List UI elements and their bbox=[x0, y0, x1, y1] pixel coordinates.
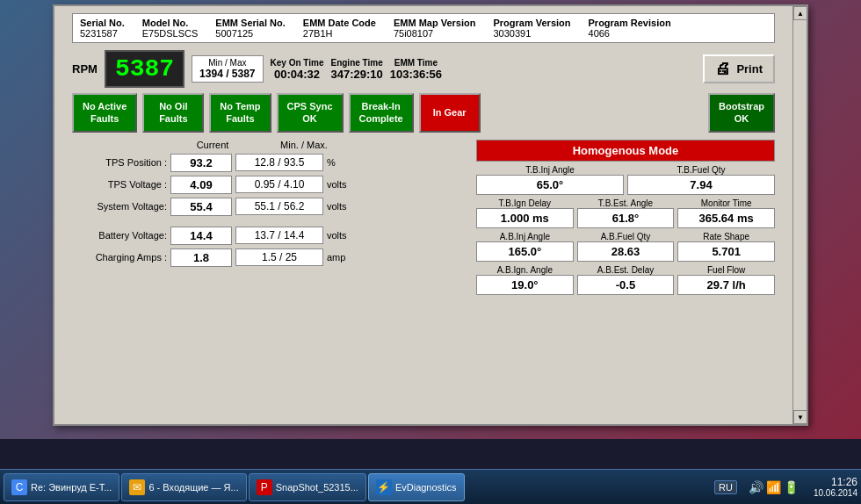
tps-position-unit: % bbox=[327, 157, 355, 168]
tb-inj-angle-label: T.B.Inj Angle bbox=[525, 165, 575, 175]
tb-ign-delay-cell: T.B.Ign Delay 1.000 ms bbox=[476, 198, 574, 228]
emm-date-label: EMM Date Code bbox=[303, 18, 376, 28]
engine-time-label: Engine Time bbox=[330, 58, 382, 68]
serial-no-label: Serial No. bbox=[80, 18, 125, 28]
language-button[interactable]: RU bbox=[714, 480, 737, 494]
left-sensor-panel: Current Min. / Max. TPS Position : 93.2 … bbox=[72, 140, 469, 299]
emm-date-value: 27B1H bbox=[303, 28, 376, 39]
engine-time-value: 347:29:10 bbox=[330, 68, 382, 81]
rpm-minmax-box: Min / Max 1394 / 5387 bbox=[192, 55, 263, 83]
rpm-row: RPM 5387 Min / Max 1394 / 5387 Key On Ti… bbox=[72, 50, 775, 88]
ab-fuel-qty-cell: A.B.Fuel Qty 28.63 bbox=[577, 232, 675, 262]
emm-serial-label: EMM Serial No. bbox=[215, 18, 285, 28]
prog-rev-value: 4066 bbox=[589, 28, 671, 39]
taskbar-mail-button[interactable]: ✉ 6 - Входящие — Я... bbox=[121, 473, 246, 501]
rate-shape-value: 5.701 bbox=[677, 241, 775, 262]
serial-no-item: Serial No. 5231587 bbox=[80, 18, 125, 39]
taskbar: C Re: Эвинруд Е-Т... ✉ 6 - Входящие — Я.… bbox=[0, 469, 861, 504]
network-icon: 📶 bbox=[766, 480, 781, 494]
serial-no-value: 5231587 bbox=[80, 28, 125, 39]
homo-row-2: T.B.Ign Delay 1.000 ms T.B.Est. Angle 61… bbox=[476, 198, 775, 228]
battery-voltage-unit: volts bbox=[327, 230, 355, 241]
system-voltage-current: 55.4 bbox=[170, 198, 232, 216]
ab-fuel-qty-value: 28.63 bbox=[577, 241, 675, 262]
window-scrollbar[interactable]: ▲ ▼ bbox=[792, 6, 807, 424]
scrollbar-down[interactable]: ▼ bbox=[793, 410, 807, 424]
model-no-item: Model No. E75DSLSCS bbox=[142, 18, 199, 39]
printer-icon: 🖨 bbox=[715, 60, 731, 78]
ab-ign-angle-label: A.B.Ign. Angle bbox=[497, 265, 553, 275]
prog-rev-item: Program Revision 4066 bbox=[589, 18, 671, 39]
tps-voltage-label: TPS Voltage : bbox=[72, 179, 167, 190]
ab-inj-angle-label: A.B.Inj Angle bbox=[500, 232, 550, 241]
tps-voltage-row: TPS Voltage : 4.09 0.95 / 4.10 volts bbox=[72, 176, 469, 194]
fuel-flow-value: 29.7 l/h bbox=[677, 275, 775, 295]
prog-rev-label: Program Revision bbox=[589, 18, 671, 28]
tray-clock: 11:26 10.06.2014 bbox=[814, 476, 857, 498]
window-content: Serial No. 5231587 Model No. E75DSLSCS E… bbox=[54, 6, 792, 306]
speaker-icon: 🔊 bbox=[749, 480, 763, 494]
no-oil-faults-button[interactable]: No OilFaults bbox=[142, 93, 204, 133]
break-in-complete-button[interactable]: Break-InComplete bbox=[349, 93, 414, 133]
tb-fuel-qty-value: 7.94 bbox=[627, 175, 775, 195]
rate-shape-cell: Rate Shape 5.701 bbox=[677, 232, 775, 262]
taskbar-diag-button[interactable]: ⚡ EvDiagnostics bbox=[368, 473, 465, 501]
status-buttons-row: No ActiveFaults No OilFaults No TempFaul… bbox=[72, 93, 775, 133]
charging-amps-unit: amp bbox=[327, 252, 355, 263]
tb-ign-delay-value: 1.000 ms bbox=[476, 208, 574, 228]
print-label: Print bbox=[736, 62, 763, 76]
battery-voltage-minmax: 13.7 / 14.4 bbox=[235, 227, 323, 244]
key-on-time-box: Key On Time 00:04:32 bbox=[271, 58, 324, 81]
engine-time-box: Engine Time 347:29:10 bbox=[330, 58, 382, 81]
rpm-minmax-label: Min / Max bbox=[208, 58, 246, 68]
tray-icons: 🔊 📶 🔋 bbox=[749, 480, 799, 494]
charging-amps-row: Charging Amps : 1.8 1.5 / 25 amp bbox=[72, 248, 469, 267]
battery-voltage-label: Battery Voltage: bbox=[72, 230, 167, 241]
ab-ign-angle-value: 19.0° bbox=[476, 275, 574, 295]
in-gear-button[interactable]: In Gear bbox=[419, 93, 481, 133]
emm-time-value: 103:36:56 bbox=[390, 68, 442, 81]
tps-position-row: TPS Position : 93.2 12.8 / 93.5 % bbox=[72, 154, 469, 172]
battery-icon: 🔋 bbox=[784, 480, 799, 494]
emm-map-value: 75i08107 bbox=[394, 28, 476, 39]
homo-row-1: T.B.Inj Angle 65.0° T.B.Fuel Qty 7.94 bbox=[476, 165, 775, 195]
print-button[interactable]: 🖨 Print bbox=[703, 54, 775, 83]
model-no-value: E75DSLSCS bbox=[142, 28, 199, 39]
no-active-faults-button[interactable]: No ActiveFaults bbox=[72, 93, 137, 133]
emm-time-label: EMM Time bbox=[394, 58, 438, 68]
monitor-time-label: Monitor Time bbox=[701, 198, 752, 208]
tb-ign-delay-label: T.B.Ign Delay bbox=[499, 198, 551, 208]
homo-row-3: A.B.Inj Angle 165.0° A.B.Fuel Qty 28.63 … bbox=[476, 232, 775, 262]
ab-fuel-qty-label: A.B.Fuel Qty bbox=[601, 232, 651, 241]
model-no-label: Model No. bbox=[142, 18, 199, 28]
fuel-flow-cell: Fuel Flow 29.7 l/h bbox=[677, 265, 775, 295]
taskbar-chrome-button[interactable]: C Re: Эвинруд Е-Т... bbox=[4, 473, 119, 501]
tps-position-minmax: 12.8 / 93.5 bbox=[235, 154, 323, 171]
monitor-time-cell: Monitor Time 365.64 ms bbox=[677, 198, 775, 228]
cps-sync-button[interactable]: CPS SyncOK bbox=[277, 93, 344, 133]
bootstrap-ok-button[interactable]: BootstrapOK bbox=[708, 93, 775, 133]
taskbar-pdf-button[interactable]: P SnapShot_52315... bbox=[249, 473, 366, 501]
prog-ver-item: Program Version 3030391 bbox=[493, 18, 570, 39]
no-temp-faults-button[interactable]: No TempFaults bbox=[209, 93, 271, 133]
emm-time-box: EMM Time 103:36:56 bbox=[390, 58, 442, 81]
rpm-label: RPM bbox=[72, 62, 98, 76]
minmax-header: Min. / Max. bbox=[260, 140, 348, 150]
system-voltage-label: System Voltage: bbox=[72, 201, 167, 212]
emm-serial-item: EMM Serial No. 5007125 bbox=[215, 18, 285, 39]
chrome-icon: C bbox=[11, 479, 27, 495]
taskbar-tray: RU 🔊 📶 🔋 11:26 10.06.2014 bbox=[714, 476, 857, 498]
taskbar-mail-label: 6 - Входящие — Я... bbox=[148, 482, 238, 493]
taskbar-pdf-label: SnapShot_52315... bbox=[276, 482, 358, 493]
battery-voltage-current: 14.4 bbox=[170, 227, 232, 245]
taskbar-diag-label: EvDiagnostics bbox=[395, 482, 457, 493]
tb-inj-angle-value: 65.0° bbox=[476, 175, 624, 195]
rpm-display: 5387 bbox=[105, 50, 184, 88]
homo-panel: Homogenous Mode T.B.Inj Angle 65.0° T.B.… bbox=[476, 140, 775, 299]
emm-serial-value: 5007125 bbox=[215, 28, 285, 39]
main-window: ▲ ▼ Serial No. 5231587 Model No. E75DSLS… bbox=[53, 4, 808, 426]
tb-est-angle-label: T.B.Est. Angle bbox=[598, 198, 653, 208]
scrollbar-up[interactable]: ▲ bbox=[793, 6, 807, 20]
diag-icon: ⚡ bbox=[376, 479, 392, 495]
charging-amps-label: Charging Amps : bbox=[72, 252, 167, 263]
